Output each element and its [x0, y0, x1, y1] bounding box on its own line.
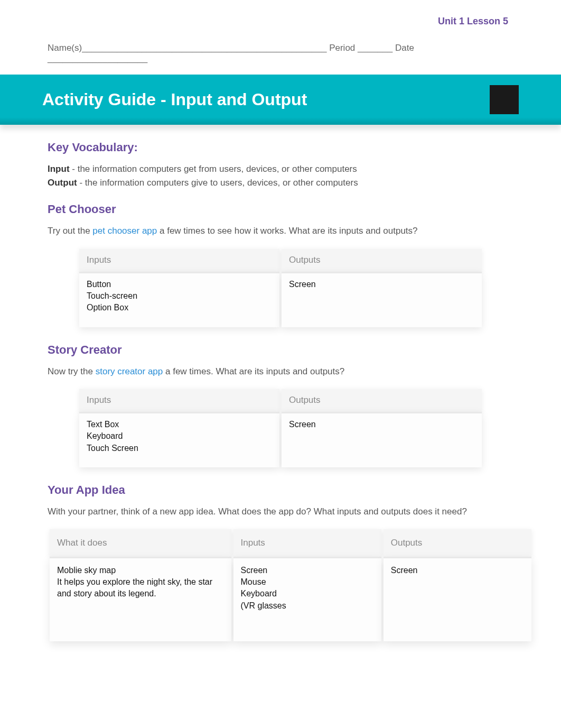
idea-inputs-header: Inputs [233, 529, 381, 557]
pet-pre-text: Try out the [48, 226, 92, 236]
idea-outputs-cell[interactable]: Screen [384, 557, 531, 641]
pet-post-text: a few times to see how it works. What ar… [157, 226, 417, 236]
idea-what-header: What it does [50, 529, 231, 557]
pet-outputs-cell[interactable]: Screen [282, 272, 482, 327]
title-icon [490, 85, 519, 114]
idea-inputs-cell[interactable]: Screen Mouse Keyboard (VR glasses [233, 557, 381, 641]
table-row: Moblie sky map It helps you explore the … [50, 557, 531, 641]
story-outputs-header: Outputs [282, 389, 482, 412]
table-row: Inputs Outputs [79, 248, 482, 272]
pet-inputs-cell[interactable]: Button Touch-screen Option Box [79, 272, 279, 327]
worksheet-page: Unit 1 Lesson 5 Name(s)_________________… [0, 0, 561, 689]
app-idea-prompt: With your partner, think of a new app id… [48, 505, 513, 519]
table-row: Text Box Keyboard Touch Screen Screen [79, 412, 482, 467]
story-post-text: a few times. What are its inputs and out… [163, 366, 344, 376]
table-row: What it does Inputs Outputs [50, 529, 531, 557]
vocab-input-def: - the information computers get from use… [70, 164, 357, 174]
pet-chooser-prompt: Try out the pet chooser app a few times … [48, 224, 513, 238]
content-area: Key Vocabulary: Input - the information … [0, 141, 561, 641]
title-banner: Activity Guide - Input and Output [0, 75, 561, 125]
pet-outputs-header: Outputs [282, 248, 482, 272]
pet-chooser-heading: Pet Chooser [48, 202, 513, 216]
story-creator-link[interactable]: story creator app [96, 366, 163, 376]
story-inputs-header: Inputs [79, 389, 279, 412]
idea-table: What it does Inputs Outputs Moblie sky m… [48, 529, 534, 641]
story-creator-prompt: Now try the story creator app a few time… [48, 365, 513, 379]
table-row: Button Touch-screen Option Box Screen [79, 272, 482, 327]
pet-chooser-link[interactable]: pet chooser app [92, 226, 157, 236]
vocab-output-term: Output [48, 178, 77, 188]
story-inputs-cell[interactable]: Text Box Keyboard Touch Screen [79, 412, 279, 467]
idea-what-cell[interactable]: Moblie sky map It helps you explore the … [50, 557, 231, 641]
vocab-definitions: Input - the information computers get fr… [48, 162, 513, 189]
vocab-output-def: - the information computers give to user… [77, 178, 358, 188]
unit-lesson-label: Unit 1 Lesson 5 [0, 0, 561, 38]
name-period-date-line: Name(s)_________________________________… [0, 38, 561, 75]
page-title: Activity Guide - Input and Output [42, 90, 307, 109]
vocab-heading: Key Vocabulary: [48, 141, 513, 154]
story-pre-text: Now try the [48, 366, 96, 376]
pet-io-table: Inputs Outputs Button Touch-screen Optio… [77, 248, 484, 327]
idea-outputs-header: Outputs [384, 529, 531, 557]
app-idea-heading: Your App Idea [48, 483, 513, 497]
story-creator-heading: Story Creator [48, 343, 513, 357]
story-outputs-cell[interactable]: Screen [282, 412, 482, 467]
table-row: Inputs Outputs [79, 389, 482, 412]
vocab-input-term: Input [48, 164, 70, 174]
story-io-table: Inputs Outputs Text Box Keyboard Touch S… [77, 389, 484, 467]
pet-inputs-header: Inputs [79, 248, 279, 272]
